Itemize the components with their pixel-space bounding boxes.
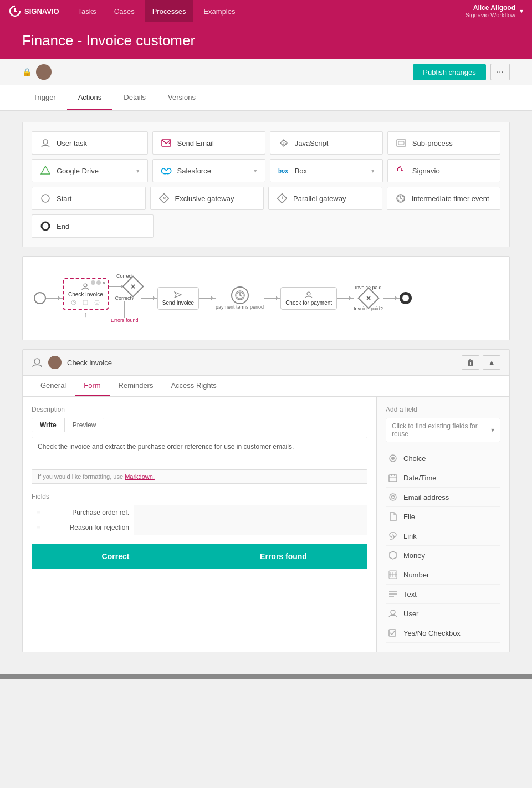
action-javascript[interactable]: JS JavaScript xyxy=(270,131,383,155)
action-salesforce[interactable]: Salesforce ▾ xyxy=(152,159,265,182)
parallel-gateway-label: Parallel gateway xyxy=(293,195,346,203)
field-type-checkbox[interactable]: Yes/No Checkbox xyxy=(386,623,500,643)
end-node[interactable] xyxy=(400,292,412,304)
action-sub-process[interactable]: Sub-process xyxy=(387,131,500,155)
action-box[interactable]: box Box ▾ xyxy=(270,159,383,182)
action-start[interactable]: Start xyxy=(32,187,146,210)
action-end[interactable]: End xyxy=(32,214,154,238)
action-google-drive[interactable]: Google Drive ▾ xyxy=(32,159,148,182)
checkbox-label: Yes/No Checkbox xyxy=(403,629,461,637)
main-content: User task Send Email xyxy=(0,111,532,663)
field-name-1: Purchase order ref. xyxy=(45,505,134,520)
outcome-buttons: Correct Errors found xyxy=(32,544,367,569)
more-options-btn[interactable]: ··· xyxy=(490,64,510,80)
svg-point-25 xyxy=(34,359,40,364)
tab-trigger[interactable]: Trigger xyxy=(22,85,67,110)
task-tab-reminders[interactable]: Reminders xyxy=(110,376,162,396)
action-exclusive-gateway[interactable]: ✕ Exclusive gateway xyxy=(150,187,264,210)
task-tab-general[interactable]: General xyxy=(32,376,75,396)
send-invoice-label: Send invoice xyxy=(162,300,194,306)
publish-btn[interactable]: Publish changes xyxy=(413,64,485,80)
svg-point-29 xyxy=(391,457,395,460)
svg-point-26 xyxy=(52,358,58,364)
actions-mid-right: Salesforce ▾ box Box ▾ xyxy=(152,159,501,182)
choice-label: Choice xyxy=(403,454,426,463)
field-type-user[interactable]: User xyxy=(386,604,500,623)
svg-text:JS: JS xyxy=(282,141,287,146)
task-close-icon[interactable]: ✕ xyxy=(102,280,106,286)
signavio-label: Signavio xyxy=(412,167,440,175)
svg-point-42 xyxy=(391,610,395,615)
flow-col-correct: Correct × Correct? Errors found xyxy=(109,273,141,323)
gateway1-container: × xyxy=(125,279,141,294)
action-parallel-gateway[interactable]: + Parallel gateway xyxy=(268,187,382,210)
javascript-icon: JS xyxy=(278,137,289,149)
task-delete-btn[interactable]: 🗑 xyxy=(462,355,479,370)
tab-details[interactable]: Details xyxy=(112,85,157,110)
field-input-2[interactable] xyxy=(134,520,367,535)
check-invoice-label: Check Invoice xyxy=(68,291,103,298)
write-tab[interactable]: Write xyxy=(32,418,65,432)
gateway-row: Start ✕ Exclusive gateway + xyxy=(32,187,500,210)
parallel-gateway-icon: + xyxy=(277,193,288,204)
start-node[interactable] xyxy=(34,292,46,304)
action-intermediate-timer[interactable]: Intermediate timer event xyxy=(387,187,501,210)
field-type-list: Choice Date/Time Email address xyxy=(386,449,500,643)
gateway1-labels: Correct? Errors found xyxy=(111,295,139,323)
field-type-text[interactable]: Text xyxy=(386,585,500,604)
meta-left: 🔒 xyxy=(22,64,52,80)
file-icon xyxy=(388,511,398,521)
signavio-logo-icon xyxy=(9,5,21,17)
timer-node[interactable] xyxy=(231,286,249,304)
field-type-file[interactable]: File xyxy=(386,507,500,526)
nav-tasks[interactable]: Tasks xyxy=(70,0,104,22)
field-type-number[interactable]: Number xyxy=(386,565,500,585)
task-tab-form[interactable]: Form xyxy=(75,376,109,396)
errors-btn[interactable]: Errors found xyxy=(200,544,367,569)
field-type-email[interactable]: Email address xyxy=(386,488,500,507)
flow-send-invoice: Send invoice xyxy=(157,287,199,310)
svg-text:×: × xyxy=(96,301,98,305)
action-send-email[interactable]: Send Email xyxy=(152,131,265,155)
description-box[interactable]: Check the invoice and extract the purcha… xyxy=(32,437,367,470)
google-drive-arrow: ▾ xyxy=(136,167,140,175)
file-label: File xyxy=(403,513,415,521)
choice-icon xyxy=(388,453,398,463)
svg-point-27 xyxy=(50,364,59,369)
nav-examples[interactable]: Examples xyxy=(196,0,243,22)
field-type-link[interactable]: Link xyxy=(386,526,500,546)
lock-icon: 🔒 xyxy=(22,68,32,76)
action-user-task[interactable]: User task xyxy=(32,131,148,155)
field-type-datetime[interactable]: Date/Time xyxy=(386,468,500,488)
task-tabs: General Form Reminders Access Rights xyxy=(23,376,509,397)
nav-processes[interactable]: Processes xyxy=(145,0,194,22)
gateway2-x-icon: × xyxy=(366,294,370,303)
markdown-link[interactable]: Markdown. xyxy=(125,473,155,480)
javascript-label: JavaScript xyxy=(295,139,329,147)
field-search[interactable]: Click to find existing fields for reuse … xyxy=(386,418,500,442)
field-input-1[interactable] xyxy=(134,505,367,520)
user-dropdown-btn[interactable]: ▾ xyxy=(520,7,523,15)
sub-process-label: Sub-process xyxy=(412,139,453,147)
tab-versions[interactable]: Versions xyxy=(157,85,207,110)
salesforce-label: Salesforce xyxy=(177,167,211,175)
flow-arrow-gateway: × xyxy=(109,279,141,294)
field-type-choice[interactable]: Choice xyxy=(386,449,500,468)
gateway1-node[interactable]: × xyxy=(122,275,144,298)
field-type-money[interactable]: Money xyxy=(386,546,500,565)
nav-cases[interactable]: Cases xyxy=(106,0,142,22)
task-collapse-btn[interactable]: ▲ xyxy=(483,355,500,370)
field-drag-1[interactable]: ≡ xyxy=(32,505,45,520)
flow-end xyxy=(400,292,412,304)
text-label: Text xyxy=(403,590,417,598)
task-tab-access[interactable]: Access Rights xyxy=(162,376,225,396)
preview-tab[interactable]: Preview xyxy=(65,418,105,432)
number-label: Number xyxy=(403,571,429,579)
send-invoice-task[interactable]: Send invoice xyxy=(157,287,199,310)
action-signavio[interactable]: Signavio xyxy=(387,159,500,182)
correct-btn[interactable]: Correct xyxy=(32,544,200,569)
check-payment-task[interactable]: Check for payment xyxy=(280,287,337,310)
check-invoice-task[interactable]: ✕ Check Invoice × xyxy=(63,278,109,310)
field-drag-2[interactable]: ≡ xyxy=(32,520,45,535)
tab-actions[interactable]: Actions xyxy=(67,85,113,110)
